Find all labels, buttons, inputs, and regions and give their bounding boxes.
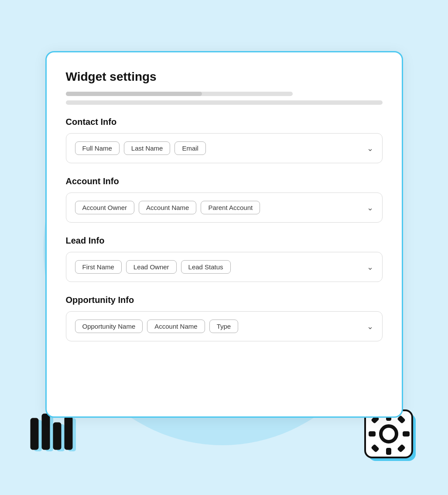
section-account-info: Account InfoAccount OwnerAccount NamePar… (66, 176, 383, 223)
svg-rect-13 (369, 431, 376, 437)
tags-row-account-info: Account OwnerAccount NameParent Account (75, 201, 360, 214)
tag-lead-info-0[interactable]: First Name (75, 260, 122, 274)
progress-bar-fill (66, 92, 202, 96)
section-box-opportunity-info[interactable]: Opportunity NameAccount NameType⌄ (66, 311, 383, 341)
tag-opportunity-info-0[interactable]: Opportunity Name (75, 320, 143, 333)
section-lead-info: Lead InfoFirst NameLead OwnerLead Status… (66, 236, 383, 282)
tags-row-lead-info: First NameLead OwnerLead Status (75, 260, 360, 274)
tag-opportunity-info-2[interactable]: Type (209, 320, 239, 333)
section-contact-info: Contact InfoFull NameLast NameEmail⌄ (66, 117, 383, 163)
progress-bar-long (66, 100, 383, 105)
tag-contact-info-0[interactable]: Full Name (75, 141, 120, 155)
svg-rect-14 (403, 431, 410, 437)
chart-bars-icon (26, 410, 83, 469)
svg-rect-7 (65, 416, 72, 450)
tag-account-info-2[interactable]: Parent Account (201, 201, 260, 214)
sections-container: Contact InfoFull NameLast NameEmail⌄Acco… (66, 117, 383, 341)
section-opportunity-info: Opportunity InfoOpportunity NameAccount … (66, 295, 383, 341)
chevron-down-icon-account-info[interactable]: ⌄ (367, 203, 373, 213)
chevron-down-icon-contact-info[interactable]: ⌄ (367, 144, 373, 153)
section-title-contact-info: Contact Info (66, 117, 383, 127)
svg-rect-5 (42, 414, 50, 450)
tag-contact-info-1[interactable]: Last Name (124, 141, 171, 155)
widget-title: Widget settings (66, 70, 383, 84)
tag-lead-info-2[interactable]: Lead Status (181, 260, 231, 274)
tag-lead-info-1[interactable]: Lead Owner (126, 260, 177, 274)
widget-card: Widget settings Contact InfoFull NameLas… (45, 51, 403, 418)
tag-contact-info-2[interactable]: Email (174, 141, 206, 155)
section-title-opportunity-info: Opportunity Info (66, 295, 383, 305)
svg-rect-6 (53, 423, 61, 450)
svg-rect-4 (31, 418, 38, 450)
section-box-lead-info[interactable]: First NameLead OwnerLead Status⌄ (66, 252, 383, 282)
section-box-account-info[interactable]: Account OwnerAccount NameParent Account⌄ (66, 192, 383, 223)
tag-opportunity-info-1[interactable]: Account Name (147, 320, 205, 333)
progress-bar-short (66, 92, 293, 96)
tags-row-contact-info: Full NameLast NameEmail (75, 141, 360, 155)
section-title-account-info: Account Info (66, 176, 383, 186)
chevron-down-icon-lead-info[interactable]: ⌄ (367, 262, 373, 272)
tag-account-info-1[interactable]: Account Name (139, 201, 196, 214)
section-title-lead-info: Lead Info (66, 236, 383, 246)
tag-account-info-0[interactable]: Account Owner (75, 201, 135, 214)
svg-rect-12 (386, 448, 391, 455)
tags-row-opportunity-info: Opportunity NameAccount NameType (75, 320, 360, 333)
chevron-down-icon-opportunity-info[interactable]: ⌄ (367, 322, 373, 331)
section-box-contact-info[interactable]: Full NameLast NameEmail⌄ (66, 133, 383, 163)
